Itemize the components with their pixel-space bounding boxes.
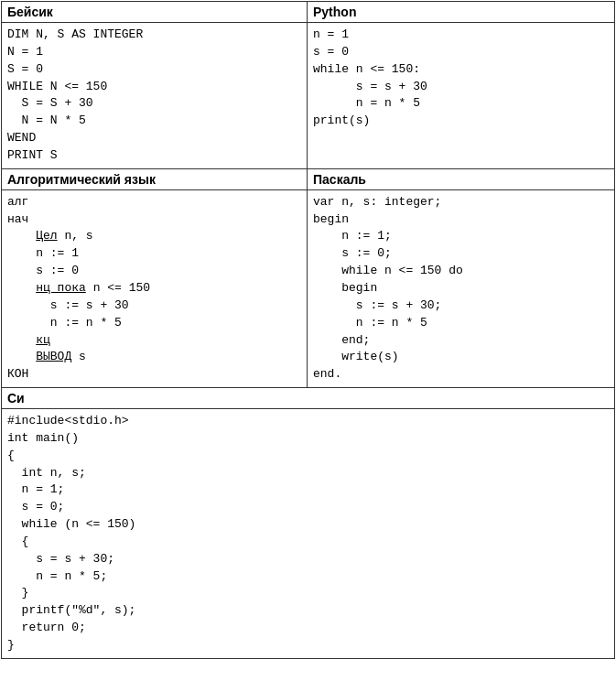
algo-code: алг нач Цел n, s n := 1 s := 0 нц пока n… bbox=[2, 190, 307, 387]
algo-nc: нц пока bbox=[36, 281, 86, 295]
algo-kc: кц bbox=[36, 333, 50, 347]
top-row: Бейсик DIM N, S AS INTEGER N = 1 S = 0 W… bbox=[2, 2, 614, 169]
algo-vyvod: ВЫВОД bbox=[36, 350, 71, 363]
python-code: n = 1 s = 0 while n <= 150: s = s + 30 n… bbox=[308, 23, 614, 134]
basic-code: DIM N, S AS INTEGER N = 1 S = 0 WHILE N … bbox=[2, 23, 307, 168]
c-section: Си #include<stdio.h> int main() { int n,… bbox=[2, 388, 614, 658]
main-container: Бейсик DIM N, S AS INTEGER N = 1 S = 0 W… bbox=[1, 1, 615, 659]
algo-cel: Цел bbox=[36, 229, 57, 243]
basic-section: Бейсик DIM N, S AS INTEGER N = 1 S = 0 W… bbox=[2, 2, 308, 168]
algo-nach: нач bbox=[7, 212, 28, 226]
algo-header: Алгоритмический язык bbox=[2, 169, 307, 190]
pascal-code: var n, s: integer; begin n := 1; s := 0;… bbox=[308, 190, 614, 387]
algo-alg: алг bbox=[7, 195, 28, 209]
basic-header: Бейсик bbox=[2, 2, 307, 23]
pascal-header: Паскаль bbox=[308, 169, 614, 190]
python-header: Python bbox=[308, 2, 614, 23]
pascal-section: Паскаль var n, s: integer; begin n := 1;… bbox=[308, 169, 614, 387]
algo-section: Алгоритмический язык алг нач Цел n, s n … bbox=[2, 169, 308, 387]
c-header: Си bbox=[2, 388, 614, 409]
c-code: #include<stdio.h> int main() { int n, s;… bbox=[2, 409, 614, 658]
algo-row: Алгоритмический язык алг нач Цел n, s n … bbox=[2, 169, 614, 388]
python-section: Python n = 1 s = 0 while n <= 150: s = s… bbox=[308, 2, 614, 168]
